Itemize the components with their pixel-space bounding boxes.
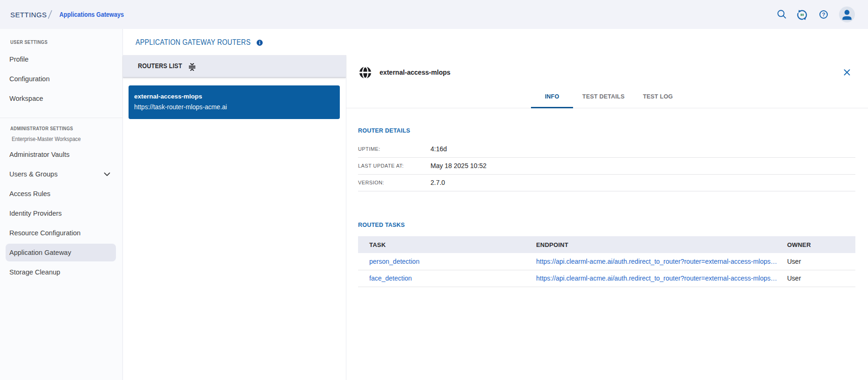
svg-text:?: ? bbox=[822, 12, 825, 17]
